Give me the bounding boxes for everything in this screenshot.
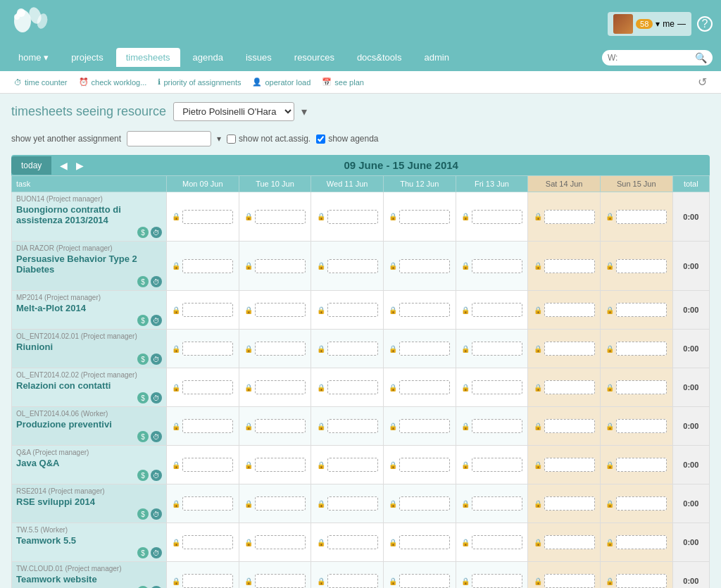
time-input-thu[interactable] — [399, 303, 450, 317]
time-input-fri[interactable] — [472, 419, 522, 433]
time-input-tue[interactable] — [255, 210, 306, 224]
clock-task-icon[interactable]: ⏱ — [151, 276, 162, 287]
nav-docs[interactable]: docs&tools — [347, 48, 412, 67]
time-input-sun[interactable] — [616, 342, 667, 356]
time-input-sun[interactable] — [616, 496, 667, 511]
nav-issues[interactable]: issues — [236, 48, 282, 67]
time-input-thu[interactable] — [399, 496, 450, 511]
task-name[interactable]: RSE sviluppi 2014 — [16, 496, 162, 507]
time-input-fri[interactable] — [472, 342, 522, 356]
show-not-act-label[interactable]: show not act.assig. — [227, 134, 311, 144]
time-input-mon[interactable] — [182, 303, 233, 317]
task-name[interactable]: Persuasive Behavior Type 2 Diabetes — [16, 254, 162, 275]
time-input-tue[interactable] — [255, 458, 306, 472]
time-input-fri[interactable] — [472, 259, 522, 273]
time-input-mon[interactable] — [182, 210, 233, 224]
time-counter-link[interactable]: ⏱ time counter — [14, 78, 68, 87]
time-input-thu[interactable] — [399, 419, 450, 433]
task-name[interactable]: Teamwork website — [16, 574, 162, 584]
time-input-thu[interactable] — [399, 380, 450, 394]
today-button[interactable]: today — [11, 156, 51, 175]
time-input-sun[interactable] — [616, 303, 667, 317]
assignment-input[interactable] — [127, 131, 211, 146]
time-input-wed[interactable] — [327, 380, 378, 394]
search-icon[interactable]: 🔍 — [695, 52, 707, 63]
help-button[interactable]: ? — [697, 16, 713, 32]
clock-task-icon[interactable]: ⏱ — [151, 547, 162, 558]
operator-load-link[interactable]: 👤 operator load — [252, 77, 311, 87]
time-input-sat[interactable] — [544, 342, 595, 356]
time-input-sat[interactable] — [544, 380, 595, 394]
check-worklog-link[interactable]: ⏰ check worklog... — [79, 77, 147, 87]
time-input-tue[interactable] — [255, 380, 306, 394]
clock-task-icon[interactable]: ⏱ — [151, 392, 162, 404]
nav-agenda[interactable]: agenda — [183, 48, 233, 67]
time-input-sat[interactable] — [544, 259, 595, 273]
time-input-sat[interactable] — [544, 210, 595, 224]
resource-dropdown[interactable]: Pietro Polsinelli O'Hara — [173, 102, 294, 121]
time-input-mon[interactable] — [182, 342, 233, 356]
time-input-fri[interactable] — [472, 210, 522, 224]
dollar-icon[interactable]: $ — [137, 431, 149, 442]
time-input-wed[interactable] — [327, 210, 378, 224]
nav-admin[interactable]: admin — [414, 48, 458, 67]
time-input-mon[interactable] — [182, 380, 233, 394]
time-input-mon[interactable] — [182, 259, 233, 273]
task-name[interactable]: Melt-a-Plot 2014 — [16, 303, 162, 313]
clock-task-icon[interactable]: ⏱ — [151, 431, 162, 442]
time-input-thu[interactable] — [399, 535, 450, 549]
show-not-act-checkbox[interactable] — [227, 135, 236, 144]
time-input-wed[interactable] — [327, 419, 378, 433]
time-input-mon[interactable] — [182, 419, 233, 433]
time-input-sat[interactable] — [544, 496, 595, 511]
clock-task-icon[interactable]: ⏱ — [151, 470, 162, 481]
nav-projects[interactable]: projects — [61, 48, 113, 67]
time-input-wed[interactable] — [327, 342, 378, 356]
time-input-thu[interactable] — [399, 259, 450, 273]
time-input-tue[interactable] — [255, 342, 306, 356]
time-input-tue[interactable] — [255, 303, 306, 317]
time-input-mon[interactable] — [182, 574, 233, 588]
time-input-sat[interactable] — [544, 419, 595, 433]
dollar-icon[interactable]: $ — [137, 547, 149, 558]
refresh-icon[interactable]: ↺ — [698, 75, 707, 89]
time-input-sat[interactable] — [544, 574, 595, 588]
time-input-wed[interactable] — [327, 574, 378, 588]
assignment-dropdown-arrow[interactable]: ▾ — [217, 134, 221, 144]
time-input-thu[interactable] — [399, 458, 450, 472]
see-plan-link[interactable]: 📅 see plan — [322, 77, 364, 87]
time-input-sun[interactable] — [616, 419, 667, 433]
clock-task-icon[interactable]: ⏱ — [151, 354, 162, 365]
time-input-mon[interactable] — [182, 496, 233, 511]
time-input-thu[interactable] — [399, 342, 450, 356]
time-input-tue[interactable] — [255, 259, 306, 273]
time-input-wed[interactable] — [327, 496, 378, 511]
task-name[interactable]: Java Q&A — [16, 458, 162, 468]
search-input[interactable] — [608, 53, 692, 63]
time-input-sun[interactable] — [616, 458, 667, 472]
clock-task-icon[interactable]: ⏱ — [151, 227, 162, 238]
time-input-fri[interactable] — [472, 496, 522, 511]
task-name[interactable]: Riunioni — [16, 342, 162, 352]
show-agenda-label[interactable]: show agenda — [316, 134, 378, 144]
time-input-mon[interactable] — [182, 535, 233, 549]
time-input-sat[interactable] — [544, 303, 595, 317]
time-input-wed[interactable] — [327, 303, 378, 317]
time-input-sun[interactable] — [616, 210, 667, 224]
time-input-fri[interactable] — [472, 380, 522, 394]
dollar-icon[interactable]: $ — [137, 392, 149, 404]
time-input-sat[interactable] — [544, 458, 595, 472]
time-input-thu[interactable] — [399, 210, 450, 224]
priority-link[interactable]: ℹ priority of assignments — [158, 77, 241, 87]
prev-arrow[interactable]: ◀ — [57, 157, 70, 174]
dollar-icon[interactable]: $ — [137, 276, 149, 287]
time-input-sun[interactable] — [616, 259, 667, 273]
time-input-tue[interactable] — [255, 496, 306, 511]
dollar-icon[interactable]: $ — [137, 508, 149, 520]
time-input-sat[interactable] — [544, 535, 595, 549]
time-input-tue[interactable] — [255, 535, 306, 549]
time-input-sun[interactable] — [616, 380, 667, 394]
task-name[interactable]: Buongiorno contratto di assistenza 2013/… — [16, 204, 162, 225]
time-input-tue[interactable] — [255, 574, 306, 588]
next-arrow[interactable]: ▶ — [73, 157, 87, 174]
